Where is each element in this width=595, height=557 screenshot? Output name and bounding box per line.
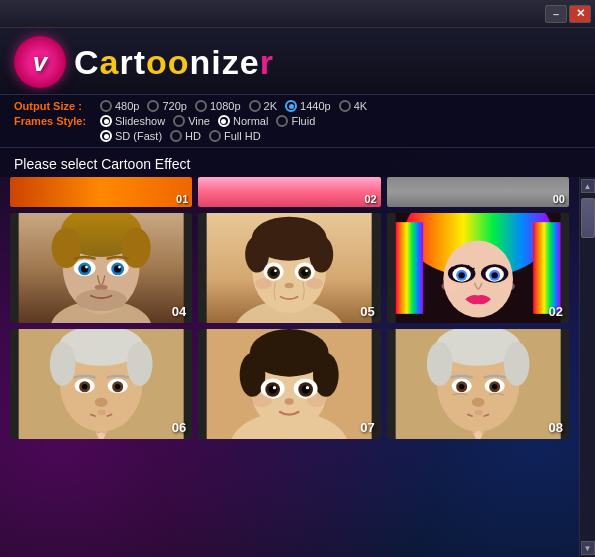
radio-4k-label: 4K (354, 100, 367, 112)
header: v Cartoonizer (0, 28, 595, 94)
output-size-label: Output Size : (14, 100, 94, 112)
scrollbar-up-arrow[interactable]: ▲ (581, 179, 595, 193)
radio-1080p[interactable]: 1080p (195, 100, 241, 112)
radio-hd-dot (170, 130, 182, 142)
svg-point-47 (441, 282, 456, 291)
svg-point-53 (127, 342, 153, 386)
gallery-top-item-3[interactable]: 00 (387, 177, 569, 207)
radio-1080p-dot (195, 100, 207, 112)
radio-sd-dot (100, 130, 112, 142)
svg-point-13 (118, 266, 121, 269)
gallery-top-row: 01 02 00 (10, 177, 569, 207)
gallery-top-item-2[interactable]: 02 (198, 177, 380, 207)
radio-480p-dot (100, 100, 112, 112)
svg-point-46 (491, 272, 497, 278)
svg-point-84 (426, 342, 452, 386)
gallery-grid: 04 (10, 213, 569, 439)
radio-fullhd-label: Full HD (224, 130, 261, 142)
radio-1440p-dot (285, 100, 297, 112)
output-size-group: 480p 720p 1080p 2K 1440p (100, 100, 367, 112)
gallery-item-05[interactable]: 05 (198, 213, 380, 323)
gallery-top-item-1[interactable]: 01 (10, 177, 192, 207)
svg-rect-36 (395, 222, 423, 314)
radio-1440p-label: 1440p (300, 100, 331, 112)
svg-point-12 (85, 266, 88, 269)
quality-group: SD (Fast) HD Full HD (100, 130, 261, 142)
close-button[interactable]: ✕ (569, 5, 591, 23)
svg-point-16 (75, 289, 126, 311)
svg-rect-62 (97, 410, 105, 416)
svg-point-4 (52, 228, 81, 268)
gallery-item-02[interactable]: 02 (387, 213, 569, 323)
radio-720p-label: 720p (162, 100, 186, 112)
radio-vine-dot (173, 115, 185, 127)
svg-point-59 (115, 384, 121, 390)
gallery-item-08[interactable]: 08 (387, 329, 569, 439)
logo-circle: v (14, 36, 66, 88)
radio-normal[interactable]: Normal (218, 115, 268, 127)
radio-480p[interactable]: 480p (100, 100, 139, 112)
frames-style-row: Frames Style: Slideshow Vine Normal Flui… (14, 115, 581, 127)
gallery-item-07[interactable]: 07 (198, 329, 380, 439)
main-window: – ✕ v Cartoonizer Output Size : 480p 720… (0, 0, 595, 557)
radio-sd[interactable]: SD (Fast) (100, 130, 162, 142)
gallery-item-04[interactable]: 04 (10, 213, 192, 323)
svg-point-92 (471, 398, 484, 407)
scrollbar-thumb[interactable] (581, 198, 595, 238)
svg-point-45 (458, 272, 464, 278)
radio-1440p[interactable]: 1440p (285, 100, 331, 112)
controls-panel: Output Size : 480p 720p 1080p 2K (0, 94, 595, 148)
radio-720p[interactable]: 720p (147, 100, 186, 112)
svg-point-76 (273, 386, 276, 389)
section-title: Please select Cartoon Effect (0, 148, 595, 177)
radio-2k[interactable]: 2K (249, 100, 277, 112)
gallery-item-05-number: 05 (360, 304, 374, 319)
radio-fluid-dot (276, 115, 288, 127)
svg-point-32 (256, 278, 273, 289)
svg-rect-37 (533, 222, 561, 314)
svg-point-91 (492, 384, 498, 390)
svg-point-48 (500, 282, 515, 291)
radio-hd[interactable]: HD (170, 130, 201, 142)
radio-fullhd-dot (209, 130, 221, 142)
radio-720p-dot (147, 100, 159, 112)
svg-point-85 (503, 342, 529, 386)
svg-point-30 (306, 269, 309, 272)
radio-vine[interactable]: Vine (173, 115, 210, 127)
radio-fullhd[interactable]: Full HD (209, 130, 261, 142)
svg-point-33 (307, 278, 324, 289)
svg-point-80 (307, 394, 327, 407)
output-size-row: Output Size : 480p 720p 1080p 2K (14, 100, 581, 112)
gallery-item-04-number: 04 (172, 304, 186, 319)
gallery-top-num-2: 02 (364, 193, 376, 205)
svg-point-79 (252, 394, 272, 407)
radio-1080p-label: 1080p (210, 100, 241, 112)
radio-slideshow-label: Slideshow (115, 115, 165, 127)
svg-point-5 (121, 228, 150, 268)
minimize-button[interactable]: – (545, 5, 567, 23)
gallery-item-08-number: 08 (549, 420, 563, 435)
radio-hd-label: HD (185, 130, 201, 142)
svg-point-58 (82, 384, 88, 390)
frames-style-group: Slideshow Vine Normal Fluid (100, 115, 315, 127)
radio-fluid[interactable]: Fluid (276, 115, 315, 127)
radio-4k[interactable]: 4K (339, 100, 367, 112)
svg-point-15 (100, 285, 107, 290)
radio-slideshow[interactable]: Slideshow (100, 115, 165, 127)
scrollbar-thumb-area (581, 194, 595, 540)
radio-2k-label: 2K (264, 100, 277, 112)
radio-vine-label: Vine (188, 115, 210, 127)
scrollbar-down-arrow[interactable]: ▼ (581, 541, 595, 555)
radio-480p-label: 480p (115, 100, 139, 112)
svg-point-52 (50, 342, 76, 386)
quality-row: SD (Fast) HD Full HD (14, 130, 581, 142)
gallery-container: 01 02 00 (0, 177, 595, 557)
svg-point-78 (285, 398, 294, 404)
svg-point-60 (95, 398, 108, 407)
svg-point-31 (285, 283, 294, 289)
gallery-item-02-number: 02 (549, 304, 563, 319)
gallery-scroll[interactable]: 01 02 00 (0, 177, 579, 557)
gallery-item-06[interactable]: 06 (10, 329, 192, 439)
frames-style-label: Frames Style: (14, 115, 94, 127)
radio-4k-dot (339, 100, 351, 112)
